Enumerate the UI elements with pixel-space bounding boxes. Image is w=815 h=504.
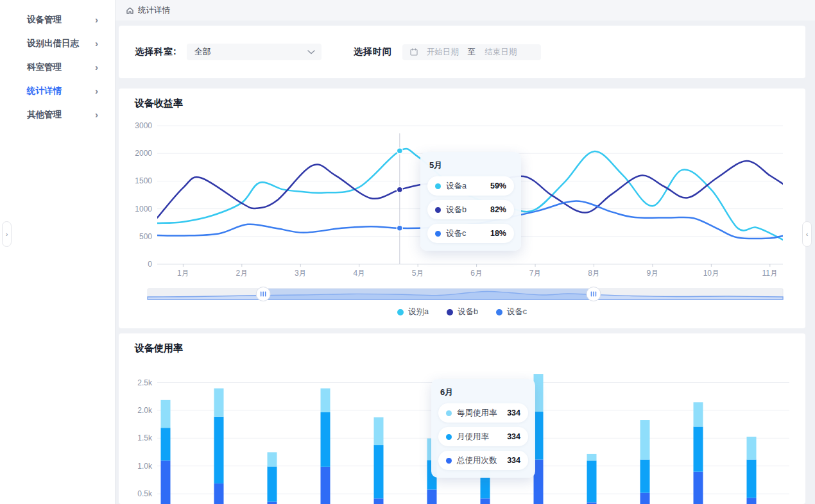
sidebar-item-statistics[interactable]: 统计详情 › [0,79,115,103]
sidebar-item-label: 其他管理 [27,109,62,121]
breadcrumb: 统计详情 [116,0,815,21]
department-select-value: 全部 [194,46,307,58]
chart-legend: 设别a 设备b 设备c [119,307,805,317]
legend-item-a[interactable]: 设别a [397,307,429,317]
svg-text:0: 0 [148,260,152,269]
series-dot [446,434,452,440]
department-select[interactable]: 全部 [187,44,322,60]
svg-text:2000: 2000 [135,149,152,158]
svg-text:1.5k: 1.5k [137,433,153,442]
svg-text:500: 500 [139,232,152,241]
svg-text:3月: 3月 [295,269,307,278]
usage-chart-title: 设备使用率 [135,342,183,355]
chevron-right-icon: › [95,62,98,72]
chevron-right-icon: › [95,110,98,119]
app-root: 设备管理 › 设别出借日志 › 科室管理 › 统计详情 › 其他管理 › 统计详… [0,0,815,504]
main-content: 统计详情 选择科室: 全部 选择时间 开始日期 至 结束日期 [116,0,815,504]
chevron-down-icon [307,50,315,55]
series-dot [435,207,441,213]
department-filter-label: 选择科室: [135,46,177,58]
sidebar-item-department-management[interactable]: 科室管理 › [0,55,115,79]
tooltip-row: 月使用率 334 [438,427,528,446]
date-range-picker[interactable]: 开始日期 至 结束日期 [402,44,541,60]
svg-text:6月: 6月 [470,269,483,278]
usage-chart-tooltip: 6月 每周使用率 334 月使用率 334 总使用次数 334 [431,379,535,478]
home-icon [126,6,134,15]
series-dot [446,458,452,464]
series-dot [446,410,452,416]
tooltip-header: 5月 [429,160,514,171]
svg-text:1.0k: 1.0k [137,462,153,471]
sidebar-item-lending-log[interactable]: 设别出借日志 › [0,31,115,55]
sidebar-item-device-management[interactable]: 设备管理 › [0,8,115,31]
legend-dot [447,309,453,315]
sidebar-item-label: 设备管理 [27,14,62,26]
tooltip-header: 6月 [440,387,528,398]
svg-text:2.0k: 2.0k [137,406,153,415]
svg-text:5月: 5月 [412,269,424,278]
svg-text:9月: 9月 [647,269,659,278]
date-start-placeholder: 开始日期 [427,47,459,58]
legend-item-b[interactable]: 设备b [447,307,478,317]
svg-text:8月: 8月 [588,269,600,278]
svg-text:0.5k: 0.5k [137,489,153,498]
svg-text:1500: 1500 [135,176,152,185]
chevron-right-icon: › [95,86,98,96]
svg-text:2.5k: 2.5k [137,378,153,387]
tooltip-row: 每周使用率 334 [438,403,528,423]
chevron-right-icon: › [95,15,98,24]
series-dot [435,183,441,189]
revenue-chart-tooltip: 5月 设备a 59% 设备b 82% 设备c 18% [420,152,521,251]
svg-text:1月: 1月 [177,269,189,278]
usage-chart-card: 设备使用率 2.5k2.0k1.5k1.0k0.5k 6月 每周使用率 334 … [119,333,805,504]
sidebar-item-other-management[interactable]: 其他管理 › [0,103,115,126]
sidebar-item-label: 科室管理 [27,62,62,73]
tooltip-row: 总使用次数 334 [438,451,528,470]
legend-dot [397,309,404,315]
legend-dot [496,309,502,315]
sidebar-item-label: 设别出借日志 [27,38,79,49]
svg-text:3000: 3000 [135,121,152,130]
chevron-right-icon: › [6,230,8,238]
svg-text:7月: 7月 [529,269,542,278]
sidebar-expand-button[interactable]: › [2,221,12,247]
svg-text:4月: 4月 [353,269,365,278]
series-dot [435,231,441,237]
svg-text:1000: 1000 [135,205,152,214]
sidebar-item-label: 统计详情 [27,85,62,97]
panel-collapse-button[interactable]: ‹ [802,221,812,247]
filter-card: 选择科室: 全部 选择时间 开始日期 至 结束日期 [119,26,805,78]
revenue-chart-card: 设备收益率 300020001500100050001月2月3月4月5月6月7月… [119,88,805,328]
calendar-icon [410,48,418,56]
date-separator: 至 [468,47,476,58]
time-filter-label: 选择时间 [354,46,392,58]
chevron-left-icon: ‹ [806,230,809,238]
svg-text:10月: 10月 [703,269,719,278]
date-end-placeholder: 结束日期 [485,47,517,58]
sidebar: 设备管理 › 设别出借日志 › 科室管理 › 统计详情 › 其他管理 › [0,0,116,504]
tooltip-row: 设备c 18% [427,224,514,243]
legend-item-c[interactable]: 设备c [496,307,527,317]
breadcrumb-label[interactable]: 统计详情 [138,5,170,16]
revenue-chart-title: 设备收益率 [135,97,183,110]
svg-text:2月: 2月 [236,269,248,278]
tooltip-row: 设备b 82% [427,200,514,219]
svg-text:11月: 11月 [762,269,778,278]
tooltip-row: 设备a 59% [427,176,514,196]
chevron-right-icon: › [95,38,98,48]
